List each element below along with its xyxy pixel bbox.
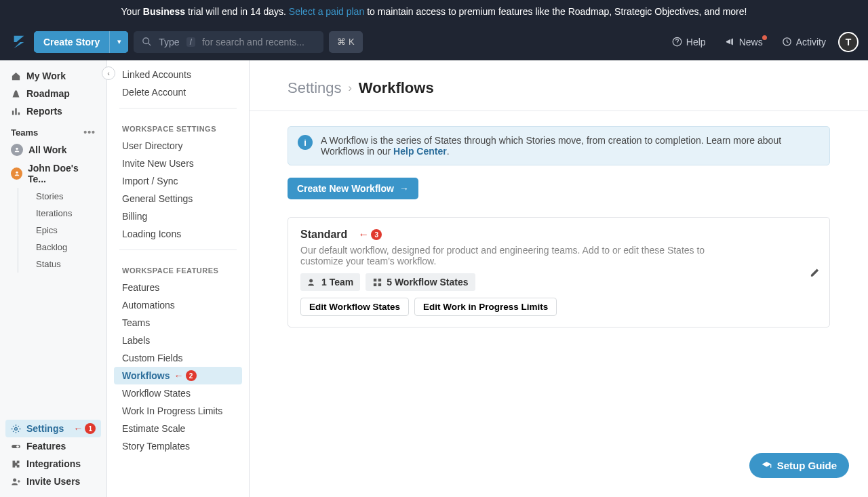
- create-story-dropdown[interactable]: ▾: [109, 31, 128, 53]
- search-slash-key: /: [186, 37, 195, 47]
- create-story-button[interactable]: Create Story: [34, 31, 109, 53]
- chevron-right-icon: ›: [349, 82, 352, 94]
- global-search[interactable]: Type / for search and recents...: [134, 31, 323, 53]
- svg-rect-8: [18, 112, 20, 115]
- team-avatar: [11, 167, 22, 180]
- svg-rect-7: [15, 108, 17, 115]
- workspace-features-heading: WORKSPACE FEATURES: [114, 257, 242, 279]
- svg-marker-0: [14, 35, 24, 47]
- svg-rect-16: [374, 278, 376, 281]
- trial-plan: Business: [143, 6, 185, 17]
- activity-label: Activity: [796, 37, 826, 47]
- settings-billing[interactable]: Billing: [114, 207, 242, 225]
- nav-my-work[interactable]: My Work: [5, 67, 101, 85]
- trial-suffix: to maintain access to premium features l…: [367, 6, 747, 17]
- create-story-group: Create Story ▾: [34, 31, 128, 53]
- settings-automations[interactable]: Automations: [114, 296, 242, 314]
- pencil-icon[interactable]: [810, 267, 820, 277]
- team-count-badge[interactable]: 1 Team: [300, 273, 360, 291]
- svg-point-15: [309, 279, 313, 282]
- help-icon: [672, 37, 682, 47]
- workflow-name[interactable]: Standard: [300, 228, 347, 241]
- activity-icon: [782, 37, 792, 47]
- settings-user-directory[interactable]: User Directory: [114, 137, 242, 155]
- breadcrumb-current: Workflows: [359, 79, 434, 97]
- nav-features[interactable]: Features: [5, 437, 101, 455]
- edit-wip-limits-button[interactable]: Edit Work in Progress Limits: [414, 298, 557, 316]
- search-type-label: Type: [159, 37, 179, 47]
- primary-sidebar: My WorkRoadmapReports Teams ••• All Work…: [0, 60, 107, 497]
- settings-work-in-progress-limits[interactable]: Work In Progress Limits: [114, 402, 242, 420]
- edit-states-button[interactable]: Edit Workflow States: [300, 298, 409, 316]
- nav-invite-users[interactable]: Invite Users: [5, 473, 101, 490]
- trial-link[interactable]: Select a paid plan: [289, 6, 364, 17]
- settings-story-templates[interactable]: Story Templates: [114, 437, 242, 455]
- trial-prefix: Your: [121, 6, 140, 17]
- team-sub-stories[interactable]: Stories: [18, 188, 101, 205]
- settings-workflows[interactable]: Workflows←2: [114, 367, 242, 384]
- chart-icon: [11, 106, 21, 117]
- info-icon: i: [298, 135, 313, 150]
- settings-labels[interactable]: Labels: [114, 332, 242, 349]
- svg-rect-18: [374, 283, 376, 285]
- svg-point-13: [16, 445, 19, 448]
- user-plus-icon: [11, 477, 21, 487]
- user-avatar[interactable]: T: [838, 32, 859, 52]
- settings-general-settings[interactable]: General Settings: [114, 190, 242, 207]
- workflow-states-icon: [372, 277, 382, 287]
- nav-settings[interactable]: Settings←1: [5, 420, 101, 437]
- annotation-arrow-3: ←3: [358, 228, 382, 241]
- svg-point-11: [15, 427, 18, 430]
- settings-import-sync[interactable]: Import / Sync: [114, 172, 242, 190]
- settings-workflow-states[interactable]: Workflow States: [114, 384, 242, 402]
- settings-linked-accounts[interactable]: Linked Accounts: [114, 66, 242, 83]
- search-placeholder: for search and recents...: [202, 37, 304, 47]
- states-count-badge[interactable]: 5 Workflow States: [366, 273, 475, 291]
- settings-custom-fields[interactable]: Custom Fields: [114, 349, 242, 367]
- svg-point-1: [143, 38, 149, 44]
- gear-icon: [11, 424, 21, 434]
- settings-loading-icons[interactable]: Loading Icons: [114, 225, 242, 243]
- help-center-link[interactable]: Help Center: [393, 146, 447, 157]
- team-sub-backlog[interactable]: Backlog: [18, 239, 101, 256]
- collapse-sidebar-button[interactable]: ‹: [102, 66, 115, 80]
- team-sub-status[interactable]: Status: [18, 256, 101, 273]
- teams-menu-icon[interactable]: •••: [83, 127, 96, 138]
- nav-integrations[interactable]: Integrations: [5, 455, 101, 473]
- news-notification-dot: [762, 35, 767, 40]
- team-icon: [307, 277, 317, 287]
- breadcrumb-settings[interactable]: Settings: [288, 79, 342, 97]
- team-item[interactable]: John Doe's Te...: [5, 159, 101, 188]
- settings-delete-account[interactable]: Delete Account: [114, 83, 242, 101]
- team-sub-iterations[interactable]: Iterations: [18, 205, 101, 222]
- topbar: Create Story ▾ Type / for search and rec…: [0, 23, 868, 60]
- settings-teams[interactable]: Teams: [114, 314, 242, 332]
- setup-guide-button[interactable]: Setup Guide: [749, 453, 849, 478]
- team-avatar: [11, 144, 23, 156]
- cmdk-button[interactable]: ⌘ K: [329, 31, 362, 53]
- svg-point-14: [13, 478, 16, 481]
- trial-banner: Your Business trial will end in 14 days.…: [0, 0, 868, 23]
- info-banner: i A Workflow is the series of States thr…: [288, 126, 830, 165]
- svg-rect-6: [12, 111, 14, 115]
- megaphone-icon: [725, 37, 735, 47]
- nav-roadmap[interactable]: Roadmap: [5, 85, 101, 102]
- team-sub-epics[interactable]: Epics: [18, 222, 101, 239]
- nav-reports[interactable]: Reports: [5, 102, 101, 120]
- news-link[interactable]: News: [718, 37, 770, 47]
- svg-point-10: [16, 172, 18, 174]
- settings-estimate-scale[interactable]: Estimate Scale: [114, 420, 242, 437]
- app-logo[interactable]: [9, 33, 28, 52]
- help-link[interactable]: Help: [665, 37, 713, 47]
- search-icon: [142, 37, 152, 47]
- settings-invite-new-users[interactable]: Invite New Users: [114, 155, 242, 172]
- toggle-icon: [11, 441, 21, 452]
- team-item[interactable]: All Work: [5, 140, 101, 159]
- settings-features[interactable]: Features: [114, 279, 242, 296]
- graduation-icon: [762, 460, 772, 471]
- main-content: Settings › Workflows i A Workflow is the…: [250, 60, 868, 497]
- road-icon: [11, 89, 21, 99]
- news-label: News: [739, 37, 763, 47]
- create-workflow-button[interactable]: Create New Workflow →: [288, 178, 418, 199]
- activity-link[interactable]: Activity: [775, 37, 833, 47]
